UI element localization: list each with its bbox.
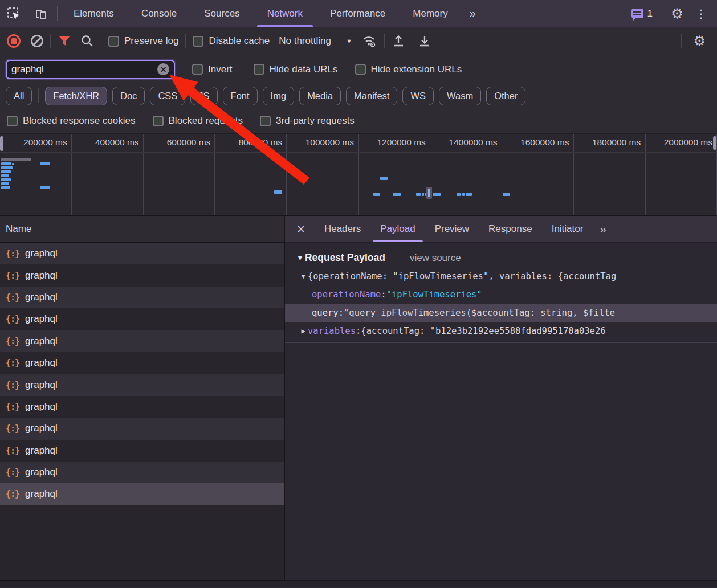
checkbox-box — [355, 64, 366, 75]
request-name: graphql — [25, 379, 58, 391]
timeline-tick-label: 2000000 ms — [664, 137, 712, 148]
hide-extension-urls-checkbox[interactable]: Hide extension URLs — [355, 64, 462, 75]
tab-console[interactable]: Console — [128, 0, 190, 27]
preserve-log-checkbox[interactable]: Preserve log — [108, 35, 178, 47]
request-name: graphql — [25, 488, 58, 500]
kebab-menu-icon[interactable]: ⋮ — [691, 8, 711, 19]
network-conditions-icon[interactable] — [361, 34, 377, 48]
throttling-dropdown[interactable]: No throttling ▼ — [275, 35, 356, 47]
request-payload-section[interactable]: ▼ Request Payload view source — [285, 243, 717, 267]
clear-network-log-button[interactable] — [31, 35, 43, 47]
table-row[interactable]: {:}graphql — [0, 264, 284, 286]
more-tabs-icon[interactable]: » — [462, 0, 483, 27]
chip-manifest[interactable]: Manifest — [346, 87, 397, 105]
chip-other[interactable]: Other — [486, 87, 525, 105]
request-name: graphql — [25, 445, 58, 456]
tab-response[interactable]: Response — [479, 216, 542, 242]
payload-variables-line[interactable]: ▶ variables: {accountTag: "b12e3b2192ee5… — [285, 322, 717, 340]
device-toolbar-icon[interactable] — [27, 0, 55, 27]
tab-headers[interactable]: Headers — [315, 216, 370, 242]
table-row[interactable]: {:}graphql — [0, 287, 284, 308]
table-row[interactable]: {:}graphql — [0, 243, 284, 264]
chip-doc[interactable]: Doc — [112, 87, 145, 105]
network-overview-timeline[interactable]: 200000 ms400000 ms600000 ms800000 ms1000… — [0, 134, 717, 216]
timeline-gridline — [143, 134, 144, 215]
close-icon[interactable]: ✕ — [285, 216, 315, 242]
blocked-requests-checkbox[interactable]: Blocked requests — [153, 115, 243, 126]
chip-ws[interactable]: WS — [402, 87, 434, 105]
table-row[interactable]: {:}graphql — [0, 330, 284, 352]
import-har-icon[interactable] — [392, 34, 405, 48]
chip-fetch-xhr[interactable]: Fetch/XHR — [45, 87, 107, 105]
checkbox-box — [7, 116, 18, 126]
table-row[interactable]: {:}graphql — [0, 440, 284, 462]
timeline-tick-label: 1200000 ms — [377, 137, 425, 148]
search-icon[interactable] — [80, 34, 94, 48]
inspect-element-icon[interactable] — [0, 0, 27, 27]
chip-img[interactable]: Img — [263, 87, 295, 105]
tab-memory[interactable]: Memory — [399, 0, 461, 27]
chip-media[interactable]: Media — [299, 87, 341, 105]
table-row[interactable]: {:}graphql — [0, 374, 284, 395]
expander-open-icon: ▼ — [299, 272, 308, 280]
request-details-panel: ✕ HeadersPayloadPreviewResponseInitiator… — [285, 216, 717, 580]
network-settings-gear-icon[interactable]: ⚙ — [689, 34, 710, 48]
bottom-strip — [0, 580, 717, 587]
third-party-requests-checkbox[interactable]: 3rd-party requests — [260, 115, 355, 126]
invert-checkbox[interactable]: Invert — [192, 64, 233, 75]
tab-performance[interactable]: Performance — [316, 0, 399, 27]
divider — [185, 34, 186, 48]
table-row[interactable]: {:}graphql — [0, 483, 284, 505]
name-column-header[interactable]: Name — [0, 216, 284, 243]
table-row[interactable]: {:}graphql — [0, 396, 284, 418]
hide-data-urls-checkbox[interactable]: Hide data URLs — [254, 64, 338, 75]
tab-initiator[interactable]: Initiator — [542, 216, 593, 242]
filter-input[interactable]: graphql ✕ — [6, 60, 175, 79]
divider — [50, 34, 51, 48]
waterfall-mark — [373, 193, 380, 196]
record-network-log-button[interactable] — [7, 34, 21, 48]
waterfall-mark — [40, 186, 50, 189]
waterfall-mark — [40, 162, 50, 165]
request-list: {:}graphql{:}graphql{:}graphql{:}graphql… — [0, 243, 284, 580]
timeline-tick-label: 800000 ms — [238, 137, 282, 148]
timeline-gridline — [214, 134, 215, 215]
table-row[interactable]: {:}graphql — [0, 462, 284, 483]
chip-wasm[interactable]: Wasm — [439, 87, 481, 105]
view-source-link[interactable]: view source — [410, 252, 461, 264]
request-name: graphql — [25, 357, 58, 369]
payload-root-line[interactable]: ▼ {operationName: "ipFlowTimeseries", va… — [285, 267, 717, 285]
payload-query-line-selected[interactable]: query: "query ipFlowTimeseries($accountT… — [285, 304, 717, 322]
waterfall-mark — [1, 174, 9, 177]
tab-network[interactable]: Network — [254, 0, 316, 27]
devtools-tabbar: ElementsConsoleSourcesNetworkPerformance… — [0, 0, 717, 27]
waterfall-mark — [457, 193, 461, 196]
export-har-icon[interactable] — [418, 34, 431, 48]
blocked-response-cookies-checkbox[interactable]: Blocked response cookies — [7, 115, 136, 126]
tab-payload[interactable]: Payload — [370, 216, 425, 242]
tab-sources[interactable]: Sources — [190, 0, 253, 27]
chip-js[interactable]: JS — [190, 87, 217, 105]
chip-css[interactable]: CSS — [150, 87, 185, 105]
timeline-scroll-nub[interactable] — [0, 136, 3, 151]
timeline-scroll-nub[interactable] — [713, 136, 716, 150]
chip-all[interactable]: All — [6, 87, 32, 105]
checkbox-box — [193, 36, 203, 47]
json-braces-icon: {:} — [6, 467, 19, 477]
filter-icon[interactable] — [58, 35, 71, 47]
tab-preview[interactable]: Preview — [425, 216, 479, 242]
issues-counter[interactable]: 1 — [625, 8, 658, 19]
details-more-tabs-icon[interactable]: » — [593, 216, 612, 242]
settings-gear-icon[interactable]: ⚙ — [663, 7, 691, 21]
table-row[interactable]: {:}graphql — [0, 418, 284, 439]
table-row[interactable]: {:}graphql — [0, 352, 284, 374]
chip-font[interactable]: Font — [223, 87, 258, 105]
divider — [57, 6, 58, 21]
clear-filter-icon[interactable]: ✕ — [157, 63, 169, 75]
payload-operation-name-line[interactable]: operationName: "ipFlowTimeseries" — [285, 285, 717, 304]
devtools-window: ElementsConsoleSourcesNetworkPerformance… — [0, 0, 717, 588]
disable-cache-checkbox[interactable]: Disable cache — [193, 35, 270, 47]
tab-elements[interactable]: Elements — [60, 0, 128, 27]
network-toolbar: Preserve log Disable cache No throttling… — [0, 27, 717, 55]
table-row[interactable]: {:}graphql — [0, 308, 284, 330]
